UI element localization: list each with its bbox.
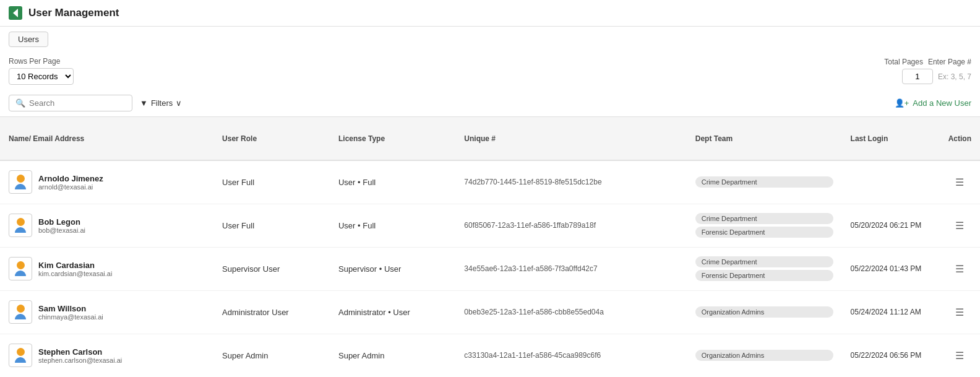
- user-last-login: 05/22/2024 01:43 PM: [842, 247, 940, 290]
- user-dept: Organization Admins: [687, 290, 842, 334]
- user-cell: Stephen Carlson stephen.carlson@texasai.…: [9, 344, 205, 367]
- table-row: Bob Legon bob@texasai.ai User FullUser •…: [0, 204, 980, 247]
- sub-header: Users: [0, 27, 980, 52]
- user-unique: 60f85067-12a3-11ef-a586-1ffab789a18f: [455, 204, 686, 247]
- filters-label: Filters: [151, 98, 173, 108]
- user-action[interactable]: ☰: [940, 290, 980, 334]
- search-icon: 🔍: [15, 98, 25, 108]
- table-row: Sam Willson chinmaya@texasai.ai Administ…: [0, 290, 980, 334]
- add-user-button[interactable]: 👤+ Add a New User: [895, 98, 971, 108]
- filters-button[interactable]: ▼ Filters ∨: [140, 98, 182, 108]
- user-dept: Crime Department: [687, 160, 842, 204]
- add-user-icon: 👤+: [895, 98, 909, 108]
- user-action[interactable]: ☰: [940, 334, 980, 377]
- user-role: Supervisor User: [213, 247, 330, 290]
- user-action[interactable]: ☰: [940, 160, 980, 204]
- user-last-login: 05/24/2024 11:12 AM: [842, 290, 940, 334]
- col-header-license: License Type: [330, 117, 455, 160]
- table-header-row: Name/ Email Address User Role License Ty…: [0, 117, 980, 160]
- dept-tag: Organization Admins: [695, 350, 833, 361]
- user-last-login: 05/22/2024 06:56 PM: [842, 334, 940, 377]
- user-last-login: 05/20/2024 06:21 PM: [842, 204, 940, 247]
- user-cell: Arnoldo Jimenez arnold@texasai.ai: [9, 170, 205, 194]
- total-pages-label: Total Pages: [884, 58, 923, 66]
- filter-icon: ▼: [140, 98, 148, 108]
- user-name: Kim Cardasian: [38, 261, 112, 270]
- action-menu-icon[interactable]: ☰: [955, 264, 964, 274]
- users-table: Name/ Email Address User Role License Ty…: [0, 117, 980, 377]
- col-header-name: Name/ Email Address: [0, 117, 213, 160]
- user-email: chinmaya@texasai.ai: [38, 313, 103, 321]
- rows-per-page-label: Rows Per Page: [9, 57, 74, 66]
- user-unique: 34e55ae6-12a3-11ef-a586-7f3a0ffd42c7: [455, 247, 686, 290]
- user-name: Sam Willson: [38, 304, 103, 313]
- user-info: Bob Legon bob@texasai.ai: [38, 217, 85, 234]
- action-menu-icon[interactable]: ☰: [955, 350, 964, 361]
- user-cell: Bob Legon bob@texasai.ai: [9, 214, 205, 237]
- filter-left: 🔍 ▼ Filters ∨: [9, 95, 182, 111]
- col-header-role: User Role: [213, 117, 330, 160]
- user-dept: Organization Admins: [687, 334, 842, 377]
- user-action[interactable]: ☰: [940, 204, 980, 247]
- users-tab[interactable]: Users: [9, 32, 48, 47]
- rows-per-page-select[interactable]: 10 Records 25 Records 50 Records: [9, 68, 74, 85]
- page-title: User Management: [28, 7, 119, 19]
- dept-tag: Crime Department: [695, 213, 833, 224]
- controls-row: Rows Per Page 10 Records 25 Records 50 R…: [0, 52, 980, 90]
- user-role: Administrator User: [213, 290, 330, 334]
- action-menu-icon[interactable]: ☰: [955, 220, 964, 231]
- user-name: Arnoldo Jimenez: [38, 174, 103, 183]
- user-cell: Sam Willson chinmaya@texasai.ai: [9, 300, 205, 324]
- user-action[interactable]: ☰: [940, 247, 980, 290]
- user-license: Super Admin: [330, 334, 455, 377]
- user-email: kim.cardsian@texasai.ai: [38, 270, 112, 277]
- table-row: Stephen Carlson stephen.carlson@texasai.…: [0, 334, 980, 377]
- enter-page-label: Enter Page #: [928, 58, 971, 66]
- search-input[interactable]: [29, 98, 116, 108]
- avatar: [9, 170, 32, 194]
- user-email: stephen.carlson@texasai.ai: [38, 357, 122, 364]
- dept-tag: Crime Department: [695, 256, 833, 267]
- col-header-unique: Unique #: [455, 117, 686, 160]
- user-info: Kim Cardasian kim.cardsian@texasai.ai: [38, 261, 112, 277]
- col-header-login: Last Login: [842, 117, 940, 160]
- dept-tag: Organization Admins: [695, 306, 833, 318]
- user-unique: c33130a4-12a1-11ef-a586-45caa989c6f6: [455, 334, 686, 377]
- pagination-wrap: Total Pages Enter Page # Ex: 3, 5, 7: [884, 58, 971, 84]
- user-role: User Full: [213, 160, 330, 204]
- table-row: Arnoldo Jimenez arnold@texasai.ai User F…: [0, 160, 980, 204]
- user-email: arnold@texasai.ai: [38, 183, 103, 191]
- dept-tag: Forensic Department: [695, 227, 833, 238]
- back-button[interactable]: [9, 6, 22, 20]
- action-menu-icon[interactable]: ☰: [955, 177, 964, 188]
- avatar: [9, 300, 32, 324]
- dept-tag: Crime Department: [695, 176, 833, 188]
- chevron-down-icon: ∨: [176, 98, 182, 108]
- user-license: Supervisor • User: [330, 247, 455, 290]
- user-name: Stephen Carlson: [38, 347, 122, 357]
- page-hint: Ex: 3, 5, 7: [938, 72, 971, 81]
- user-role: Super Admin: [213, 334, 330, 377]
- page-number-input[interactable]: [902, 69, 933, 84]
- avatar: [9, 257, 32, 280]
- avatar: [9, 344, 32, 367]
- avatar: [9, 214, 32, 237]
- table-row: Kim Cardasian kim.cardsian@texasai.ai Su…: [0, 247, 980, 290]
- user-dept: Crime DepartmentForensic Department: [687, 247, 842, 290]
- user-name: Bob Legon: [38, 217, 85, 227]
- user-cell: Kim Cardasian kim.cardsian@texasai.ai: [9, 257, 205, 280]
- user-license: User • Full: [330, 160, 455, 204]
- filter-row: 🔍 ▼ Filters ∨ 👤+ Add a New User: [0, 90, 980, 117]
- col-header-action: Action: [940, 117, 980, 160]
- user-email: bob@texasai.ai: [38, 227, 85, 234]
- user-unique: 0beb3e25-12a3-11ef-a586-cbb8e55ed04a: [455, 290, 686, 334]
- user-license: Administrator • User: [330, 290, 455, 334]
- svg-marker-0: [13, 9, 18, 17]
- rows-per-page-wrap: Rows Per Page 10 Records 25 Records 50 R…: [9, 57, 74, 85]
- user-last-login: [842, 160, 940, 204]
- user-dept: Crime DepartmentForensic Department: [687, 204, 842, 247]
- dept-tag: Forensic Department: [695, 270, 833, 281]
- user-unique: 74d2b770-1445-11ef-8519-8fe515dc12be: [455, 160, 686, 204]
- user-info: Sam Willson chinmaya@texasai.ai: [38, 304, 103, 321]
- action-menu-icon[interactable]: ☰: [955, 307, 964, 318]
